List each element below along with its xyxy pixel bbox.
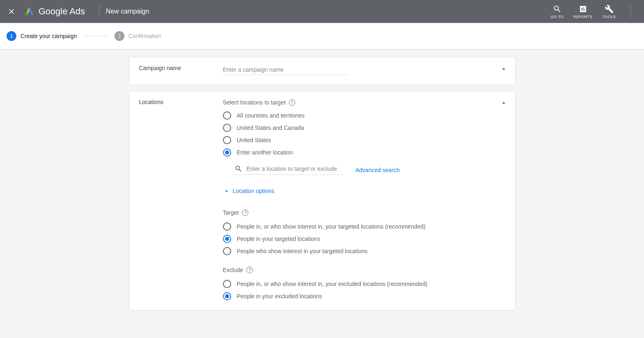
collapse-button[interactable] xyxy=(500,99,508,109)
target-label: Target xyxy=(223,209,239,216)
search-icon xyxy=(552,4,562,14)
logo-text: Google Ads xyxy=(38,6,85,17)
radio-target-show-interest[interactable]: People who show interest in your targete… xyxy=(223,247,505,255)
location-search-box xyxy=(234,165,343,175)
location-radio-group: All countries and territories United Sta… xyxy=(223,111,505,157)
chevron-up-icon xyxy=(223,187,230,195)
close-icon xyxy=(7,7,16,16)
radio-label: People in your excluded locations xyxy=(237,293,322,299)
radio-icon xyxy=(223,222,231,231)
radio-icon xyxy=(223,124,231,132)
radio-label: People in your targeted locations xyxy=(237,236,320,242)
step-label: Confirmation xyxy=(128,33,161,39)
wrench-icon xyxy=(604,4,614,14)
radio-icon xyxy=(223,280,231,288)
radio-label: United States xyxy=(237,137,271,143)
radio-icon xyxy=(223,292,231,300)
step-label: Create your campaign xyxy=(20,33,77,39)
chevron-up-icon xyxy=(500,65,508,73)
exclude-radio-group: People in, or who show interest in, your… xyxy=(223,280,505,300)
campaign-name-card: Campaign name xyxy=(129,57,516,85)
locations-card: Locations Select locations to target ? A… xyxy=(129,91,516,311)
header-actions: GO TO REPORTS TOOLS xyxy=(551,4,637,19)
step-connector xyxy=(84,36,107,36)
step-number: 2 xyxy=(115,31,124,41)
help-icon[interactable]: ? xyxy=(289,99,295,106)
radio-icon xyxy=(223,111,231,120)
collapse-button[interactable] xyxy=(500,65,508,75)
radio-target-in[interactable]: People in your targeted locations xyxy=(223,235,505,243)
select-locations-label: Select locations to target xyxy=(223,99,286,106)
exclude-label: Exclude xyxy=(223,267,243,273)
app-header: Google Ads New campaign GO TO REPORTS TO… xyxy=(0,0,644,23)
reports-button[interactable]: REPORTS xyxy=(573,4,592,19)
radio-label: People in, or who show interest in, your… xyxy=(237,281,428,287)
content-area: Campaign name Locations Select locations… xyxy=(121,57,524,333)
radio-icon xyxy=(223,247,231,255)
bar-chart-icon xyxy=(578,4,588,14)
divider xyxy=(630,5,631,18)
radio-target-interest[interactable]: People in, or who show interest in, your… xyxy=(223,222,505,231)
step-create-campaign[interactable]: 1 Create your campaign xyxy=(7,31,77,41)
divider xyxy=(99,5,99,18)
radio-label: Enter another location xyxy=(237,149,293,156)
tools-button[interactable]: TOOLS xyxy=(602,4,616,19)
radio-enter-another[interactable]: Enter another location xyxy=(223,148,505,157)
location-options-toggle[interactable]: Location options xyxy=(223,187,505,195)
card-title: Locations xyxy=(139,99,223,105)
radio-icon xyxy=(223,235,231,243)
radio-all-countries[interactable]: All countries and territories xyxy=(223,111,505,120)
reports-label: REPORTS xyxy=(573,15,592,19)
help-icon[interactable]: ? xyxy=(242,209,248,216)
step-number: 1 xyxy=(7,31,16,41)
tools-label: TOOLS xyxy=(602,15,616,19)
radio-us-canada[interactable]: United States and Canada xyxy=(223,124,505,132)
svg-point-0 xyxy=(25,13,28,16)
google-ads-logo: Google Ads xyxy=(24,6,85,17)
radio-label: All countries and territories xyxy=(237,112,305,119)
radio-icon xyxy=(223,148,231,157)
radio-label: People in, or who show interest in, your… xyxy=(237,223,426,230)
radio-us[interactable]: United States xyxy=(223,136,505,144)
close-button[interactable] xyxy=(7,7,16,16)
card-title: Campaign name xyxy=(139,65,223,71)
goto-label: GO TO xyxy=(551,15,563,19)
radio-label: United States and Canada xyxy=(237,125,304,131)
stepper: 1 Create your campaign 2 Confirmation xyxy=(0,23,644,50)
goto-button[interactable]: GO TO xyxy=(551,4,563,19)
advanced-search-link[interactable]: Advanced search xyxy=(356,167,400,173)
radio-exclude-interest[interactable]: People in, or who show interest in, your… xyxy=(223,280,505,288)
radio-exclude-in[interactable]: People in your excluded locations xyxy=(223,292,505,300)
radio-icon xyxy=(223,136,231,144)
chevron-up-icon xyxy=(500,99,508,107)
location-options-label: Location options xyxy=(233,188,275,194)
ads-a-icon xyxy=(24,6,35,17)
help-icon[interactable]: ? xyxy=(246,267,253,273)
campaign-name-input[interactable] xyxy=(223,65,349,75)
location-search-input[interactable] xyxy=(247,166,343,172)
search-icon xyxy=(234,165,243,173)
step-confirmation[interactable]: 2 Confirmation xyxy=(115,31,161,41)
target-radio-group: People in, or who show interest in, your… xyxy=(223,222,505,255)
page-title: New campaign xyxy=(106,8,149,15)
radio-label: People who show interest in your targete… xyxy=(237,248,368,254)
